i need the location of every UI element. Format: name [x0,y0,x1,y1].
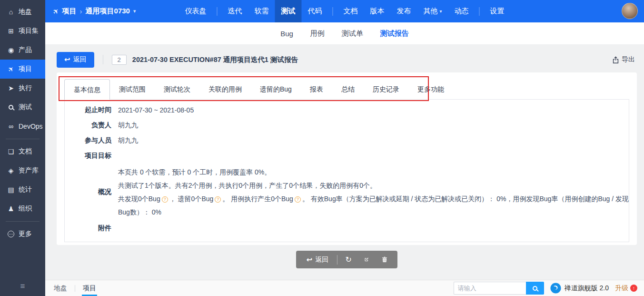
chart-icon: ▤ [7,186,15,194]
sidebar-item-execution[interactable]: ➤ 执行 [0,79,45,98]
footer-tab-dashboard[interactable]: 地盘 [53,280,68,296]
export-button[interactable]: 导出 [612,55,637,64]
export-icon [612,56,619,63]
detail-row-goal: 项目目标 [65,148,629,163]
refresh-button[interactable]: ↻ [339,251,357,268]
tab-linked-cases[interactable]: 关联的用例 [199,79,251,99]
edit-button[interactable] [357,251,376,268]
nav-item-dynamic[interactable]: 动态 [448,0,475,22]
search-input[interactable] [454,282,526,295]
tab-history[interactable]: 历史记录 [364,79,408,99]
nav-item-doc[interactable]: 文档 [337,0,364,22]
sidebar-item-dashboard[interactable]: ⌂ 地盘 [0,2,45,21]
sidebar-item-more[interactable]: ⋯ 更多 [0,225,45,244]
breadcrumb-app[interactable]: 项目 [62,7,77,16]
people-icon: ♟ [7,205,15,213]
sidebar-item-org[interactable]: ♟ 组织 [0,199,45,218]
delete-button[interactable] [376,251,394,268]
detail-value: 2021-07-30 ~ 2021-08-05 [118,106,194,114]
sidebar-item-label: 资产库 [19,166,39,175]
main-content: ↩ 返回 2 2021-07-30 EXECUTION#87 通用项目迭代1 测… [45,45,644,280]
grid-icon: ⊞ [7,27,15,35]
action-divider [337,255,337,265]
subnav-item-case[interactable]: 用例 [310,29,325,38]
nav-divider [332,7,333,16]
collapse-icon: ≡ [20,282,25,291]
detail-label: 起止时间 [65,106,118,114]
help-icon[interactable]: ? [162,196,168,203]
footer-tabs: 地盘 项目 [45,280,97,296]
chevron-down-icon[interactable]: ▾ [133,8,136,14]
footer-tab-project[interactable]: 项目 [82,280,97,296]
footer-divider [75,285,75,292]
sidebar-item-label: 测试 [19,103,32,112]
tab-test-scope[interactable]: 测试范围 [110,79,155,99]
sidebar-item-label: 地盘 [19,8,32,16]
nav-item-test[interactable]: 测试 [275,0,301,22]
detail-label: 项目目标 [65,152,118,160]
back-button-bottom[interactable]: ↩ 返回 [300,251,336,268]
report-id-badge: 2 [112,55,127,65]
page-title: 2021-07-30 EXECUTION#87 通用项目迭代1 测试报告 [132,55,298,64]
user-avatar[interactable] [622,3,638,19]
nav-item-build[interactable]: 版本 [364,0,390,22]
detail-row-owner: 负责人 胡九九 [65,118,629,133]
chevron-right-icon: › [80,7,82,15]
toolbar: ↩ 返回 2 2021-07-30 EXECUTION#87 通用项目迭代1 测… [57,51,637,68]
sidebar-item-stats[interactable]: ▤ 统计 [0,180,45,199]
zentao-logo-icon [550,283,561,294]
breadcrumb-project[interactable]: 通用项目0730 [86,7,130,16]
upgrade-badge-icon: ↑ [630,285,637,292]
back-arrow-icon: ↩ [307,255,313,264]
back-button[interactable]: ↩ 返回 [57,52,94,68]
sidebar-item-product[interactable]: ◉ 产品 [0,41,45,60]
sidebar-item-label: 组织 [19,204,32,213]
nav-item-requirement[interactable]: 软需 [248,0,275,22]
sidebar-item-label: 项目 [19,65,32,73]
detail-label: 参与人员 [65,136,118,145]
sidebar-collapse-button[interactable]: ≡ [0,277,45,296]
sidebar-item-label: DevOps [19,122,43,130]
sidebar-item-devops[interactable]: ∞ DevOps [0,117,45,136]
tab-test-rounds[interactable]: 测试轮次 [155,79,199,99]
app-window: ⌂ 地盘 ⊞ 项目集 ◉ 产品 ✈ 项目 ➤ 执行 测试 ∞ DevOps ❏ [0,0,644,296]
trash-icon [382,256,387,263]
sidebar-item-qa[interactable]: 测试 [0,98,45,117]
subnav-item-testreport[interactable]: 测试报告 [380,29,409,38]
detail-value: 胡九九 [118,136,138,145]
nav-item-dashboard[interactable]: 仪表盘 [178,0,212,22]
refresh-icon: ↻ [346,255,352,264]
sidebar-item-label: 项目集 [19,27,39,35]
home-icon: ⌂ [7,8,15,16]
subnav-item-bug[interactable]: Bug [280,30,293,38]
upgrade-link[interactable]: 升级 ↑ [615,284,637,293]
ellipsis-circle-icon: ⋯ [7,231,15,237]
tab-charts[interactable]: 报表 [301,79,332,99]
nav-item-other[interactable]: 其他 ▾ [417,0,448,22]
sidebar-item-doc[interactable]: ❏ 文档 [0,142,45,161]
sub-navbar: Bug 用例 测试单 测试报告 [45,22,644,45]
nav-item-code[interactable]: 代码 [301,0,328,22]
nav-item-settings[interactable]: 设置 [484,0,511,22]
brand: 禅道旗舰版 2.0 [550,283,609,294]
help-icon[interactable]: ? [215,196,221,203]
help-icon[interactable]: ? [295,196,301,203]
nav-item-iteration[interactable]: 迭代 [221,0,248,22]
search-button[interactable] [526,282,544,295]
subnav-item-testtask[interactable]: 测试单 [342,29,363,38]
detail-row-members: 参与人员 胡九九 [65,133,629,148]
bottom-action-bar: ↩ 返回 ↻ [296,251,398,268]
sidebar-item-program[interactable]: ⊞ 项目集 [0,21,45,41]
sidebar-item-label: 统计 [19,185,32,194]
rocket-icon: ✈ [53,7,59,16]
sidebar-item-project[interactable]: ✈ 项目 [0,60,45,79]
tab-basic-info[interactable]: 基本信息 [64,79,110,100]
sidebar-item-assets[interactable]: ◈ 资产库 [0,161,45,180]
tab-legacy-bugs[interactable]: 遗留的Bug [251,79,301,99]
nav-item-release[interactable]: 发布 [390,0,417,22]
detail-label: 附件 [65,224,118,233]
tab-more-features[interactable]: 更多功能 [408,79,453,99]
tab-summary[interactable]: 总结 [332,79,364,99]
infinity-icon: ∞ [7,122,15,130]
report-details: 起止时间 2021-07-30 ~ 2021-08-05 负责人 胡九九 参与人… [64,99,629,242]
